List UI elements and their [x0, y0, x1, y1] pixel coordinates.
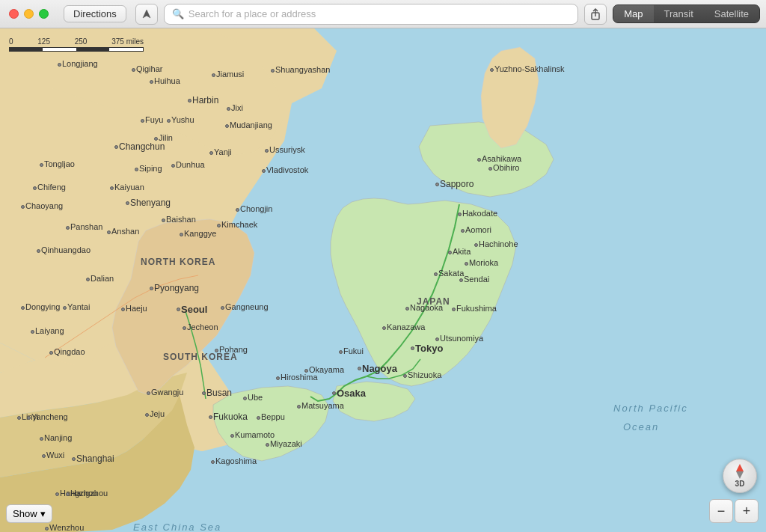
city-dot-miyazaki [266, 443, 269, 447]
city-dot-mudanjiang [225, 124, 229, 128]
city-dot-qingdao [49, 351, 53, 355]
city-dot-siping [135, 168, 138, 171]
city-dot-changchun [114, 145, 118, 149]
city-dot-ussuriysk [265, 149, 269, 153]
city-dot-fukushima [452, 308, 456, 311]
close-button[interactable] [9, 9, 19, 19]
city-dot-tongljao [40, 163, 43, 167]
window-controls [0, 9, 58, 19]
dropdown-arrow-icon: ▾ [40, 508, 46, 519]
city-dot-utsunomiya [435, 337, 439, 341]
city-dot-ube [243, 397, 247, 400]
city-dot-kanggye [180, 233, 183, 236]
compass-3d-label: 3D [735, 480, 745, 488]
maximize-button[interactable] [39, 9, 49, 19]
city-dot-fukui [339, 350, 343, 354]
city-dot-yuzhno-sakhalinsk [490, 68, 494, 72]
compass-south-arrow [736, 471, 744, 479]
city-dot-kimchaek [217, 224, 221, 227]
city-dot-fuyu [141, 119, 144, 123]
show-dropdown[interactable]: Show ▾ [6, 504, 52, 523]
scale-labels: 0 125 250 375 miles [9, 37, 144, 46]
city-dot-beppu [257, 416, 260, 420]
city-dot-kagoshima [211, 460, 215, 464]
compass-inner: 3D [735, 464, 745, 488]
map-area[interactable]: HarbinChangchunShenyangDalianSeoulBusanP… [0, 28, 766, 532]
tab-satellite[interactable]: Satellite [704, 5, 759, 22]
city-dot-chaoyang [21, 205, 25, 209]
search-placeholder: Search for a place or address [189, 8, 316, 19]
city-dot-panshan [66, 226, 70, 230]
directions-button[interactable]: Directions [64, 5, 126, 22]
minimize-button[interactable] [24, 9, 34, 19]
city-dot-nanjing [40, 437, 43, 441]
city-dot-baishan [162, 218, 165, 222]
city-dot-yantai [63, 306, 67, 310]
tab-transit[interactable]: Transit [654, 5, 704, 22]
compass[interactable]: 3D [723, 459, 757, 493]
city-dot-pyongyang [150, 287, 153, 290]
city-dot-nagoya [358, 367, 361, 370]
city-dot-gwangju [147, 391, 150, 395]
city-dot-hiroshima [276, 376, 280, 380]
share-button[interactable] [584, 4, 607, 25]
city-dot-anshan [107, 230, 111, 234]
city-dot-shuangyashan [271, 69, 275, 73]
city-dot-hangzhou [55, 492, 59, 496]
city-dot-hachinohe [474, 243, 478, 247]
city-dot-jilin [154, 137, 158, 141]
view-tabs: Map Transit Satellite [613, 4, 760, 23]
city-dot-yushu [167, 119, 171, 123]
city-dot-jixi [227, 107, 230, 111]
city-dot-vladivostok [262, 169, 266, 173]
city-dot-okayama [304, 369, 308, 373]
city-dot-gangneung [221, 306, 224, 310]
city-dot-jecheon [183, 326, 186, 330]
search-bar[interactable]: 🔍 Search for a place or address [164, 4, 578, 25]
tab-map[interactable]: Map [613, 5, 653, 22]
titlebar: Directions 🔍 Search for a place or addre… [0, 0, 766, 28]
location-button[interactable] [135, 4, 158, 25]
city-dot-laiyang [31, 330, 34, 334]
city-dot-tokyo [411, 346, 414, 350]
city-dot-jiamusi [212, 73, 215, 77]
city-dot-longjiang [58, 63, 61, 67]
city-dot-asahikawa [477, 158, 481, 162]
city-dot-huihua [150, 80, 153, 84]
city-dot-sakata [434, 272, 438, 276]
zoom-in-button[interactable]: + [735, 499, 759, 523]
city-dot-osaka [332, 391, 336, 395]
zoom-out-button[interactable]: − [709, 499, 733, 523]
city-dot-hakodate [458, 213, 462, 216]
city-dot-qinhuangdao [37, 249, 40, 253]
city-dot-pohang [215, 349, 218, 352]
city-dot-morioka [465, 262, 468, 266]
city-dot-sapporo [435, 183, 439, 186]
city-dot-obihiro [488, 167, 492, 171]
city-dot-qigihar [132, 68, 135, 72]
city-dot-dalian [86, 278, 90, 281]
city-dot-nagaoka [405, 307, 409, 311]
city-dot-busan [202, 391, 206, 395]
city-dot-chongjin [236, 208, 239, 212]
city-dot-aomori [461, 229, 465, 233]
city-dot-yanji [209, 151, 213, 155]
search-icon: 🔍 [172, 8, 184, 19]
city-dot-hangzhou [66, 492, 70, 496]
city-dot-wenzhou [45, 527, 49, 531]
city-dot-dunhua [171, 164, 175, 168]
city-dot-akita [448, 251, 452, 254]
city-dot-kumamoto [230, 434, 234, 438]
city-dot-jeju [145, 413, 149, 417]
city-dot-wuxi [42, 454, 46, 458]
city-dot-kanazawa [382, 326, 386, 330]
city-dot-harbin [188, 99, 192, 103]
city-dot-matsuyama [297, 405, 301, 409]
city-dot-yancheng [27, 416, 31, 420]
svg-marker-0 [143, 10, 150, 18]
city-dot-shanghai [72, 457, 76, 461]
zoom-controls: − + [709, 499, 759, 523]
city-dot-dongying [21, 306, 25, 310]
city-dot-shenyang [126, 201, 129, 205]
scale-line [9, 47, 144, 52]
